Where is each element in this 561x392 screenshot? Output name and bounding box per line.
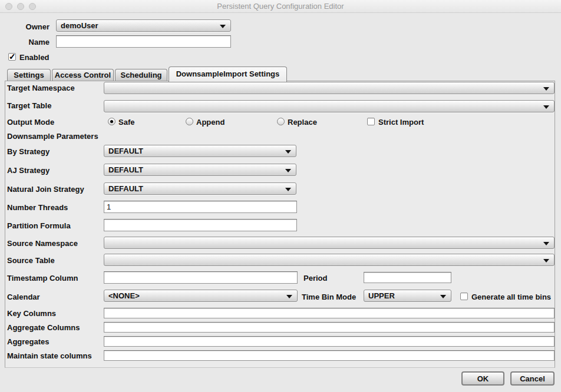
output-mode-safe-label: Safe bbox=[118, 118, 134, 127]
ok-button[interactable]: OK bbox=[461, 371, 504, 386]
generate-all-time-bins-label: Generate all time bins bbox=[471, 293, 551, 301]
aggregate-columns-input[interactable] bbox=[104, 322, 555, 333]
persistent-query-config-editor-window: Persistent Query Configuration Editor Ow… bbox=[0, 0, 561, 392]
cancel-button[interactable]: Cancel bbox=[510, 371, 555, 386]
key-columns-input[interactable] bbox=[104, 308, 555, 318]
output-mode-replace-radio[interactable] bbox=[277, 118, 285, 125]
owner-select[interactable]: demoUser bbox=[56, 19, 231, 32]
target-table-label: Target Table bbox=[7, 101, 51, 110]
name-label: Name bbox=[0, 38, 50, 46]
period-label: Period bbox=[303, 274, 327, 283]
source-table-select[interactable] bbox=[104, 254, 555, 266]
output-mode-append-label: Append bbox=[196, 118, 225, 127]
target-table-select[interactable] bbox=[104, 100, 555, 112]
aggregates-label: Aggregates bbox=[7, 337, 50, 346]
calendar-label: Calendar bbox=[7, 293, 40, 301]
chevron-down-icon bbox=[220, 25, 226, 28]
chevron-down-icon bbox=[285, 169, 291, 172]
time-bin-mode-label: Time Bin Mode bbox=[302, 293, 356, 301]
calendar-select[interactable]: <NONE> bbox=[104, 290, 298, 302]
natural-join-strategy-select[interactable]: DEFAULT bbox=[104, 182, 296, 195]
key-columns-label: Key Columns bbox=[7, 309, 56, 318]
name-input[interactable] bbox=[56, 35, 231, 48]
partition-formula-label: Partition Formula bbox=[7, 221, 71, 230]
natural-join-strategy-label: Natural Join Strategy bbox=[7, 185, 84, 194]
target-namespace-label: Target Namespace bbox=[7, 84, 75, 92]
enabled-label: Enabled bbox=[19, 53, 50, 62]
number-threads-input[interactable] bbox=[104, 201, 297, 213]
tab-scheduling[interactable]: Scheduling bbox=[115, 69, 167, 81]
chevron-down-icon bbox=[285, 188, 291, 191]
natural-join-strategy-value: DEFAULT bbox=[108, 184, 143, 193]
output-mode-safe-radio[interactable] bbox=[108, 118, 116, 125]
enabled-checkbox[interactable] bbox=[8, 53, 16, 61]
strict-import-checkbox[interactable] bbox=[367, 118, 375, 125]
chevron-down-icon bbox=[285, 150, 291, 154]
chevron-down-icon bbox=[543, 87, 549, 91]
output-mode-append-radio[interactable] bbox=[186, 118, 193, 125]
timestamp-column-input[interactable] bbox=[104, 271, 298, 284]
period-input[interactable] bbox=[364, 272, 451, 283]
owner-label: Owner bbox=[0, 22, 50, 31]
chevron-down-icon bbox=[543, 242, 549, 245]
chevron-down-icon bbox=[440, 295, 446, 298]
source-namespace-select[interactable] bbox=[104, 237, 555, 249]
maintain-state-columns-label: Maintain state columns bbox=[7, 351, 92, 360]
partition-formula-input[interactable] bbox=[104, 219, 297, 231]
aggregates-input[interactable] bbox=[104, 336, 555, 347]
target-namespace-select[interactable] bbox=[104, 82, 555, 94]
aj-strategy-select[interactable]: DEFAULT bbox=[104, 164, 296, 176]
aggregate-columns-label: Aggregate Columns bbox=[7, 323, 80, 332]
chevron-down-icon bbox=[543, 105, 549, 109]
generate-all-time-bins-checkbox[interactable] bbox=[460, 293, 468, 300]
timestamp-column-label: Timestamp Column bbox=[7, 274, 78, 283]
output-mode-replace-label: Replace bbox=[288, 118, 317, 127]
time-bin-mode-select[interactable]: UPPER bbox=[364, 290, 451, 302]
title-bar: Persistent Query Configuration Editor bbox=[0, 0, 561, 13]
strict-import-label: Strict Import bbox=[378, 118, 424, 127]
source-table-label: Source Table bbox=[7, 256, 55, 265]
chevron-down-icon bbox=[543, 259, 549, 263]
chevron-down-icon bbox=[286, 295, 292, 298]
by-strategy-label: By Strategy bbox=[7, 147, 50, 156]
tab-downsampleimport-settings[interactable]: DownsampleImport Settings bbox=[169, 67, 287, 82]
source-namespace-label: Source Namespace bbox=[7, 239, 78, 248]
window-title: Persistent Query Configuration Editor bbox=[0, 2, 561, 11]
aj-strategy-label: AJ Strategy bbox=[7, 166, 50, 175]
by-strategy-value: DEFAULT bbox=[108, 147, 143, 155]
owner-value: demoUser bbox=[61, 21, 98, 30]
by-strategy-select[interactable]: DEFAULT bbox=[104, 145, 296, 157]
aj-strategy-value: DEFAULT bbox=[108, 165, 143, 174]
tab-settings[interactable]: Settings bbox=[7, 69, 51, 81]
time-bin-mode-value: UPPER bbox=[368, 291, 395, 300]
tab-access-control[interactable]: Access Control bbox=[52, 69, 114, 81]
calendar-value: <NONE> bbox=[108, 291, 140, 300]
downsample-parameters-label: Downsample Parameters bbox=[7, 132, 98, 141]
maintain-state-columns-input[interactable] bbox=[104, 350, 555, 361]
output-mode-label: Output Mode bbox=[7, 118, 54, 127]
number-threads-label: Number Threads bbox=[7, 203, 68, 212]
